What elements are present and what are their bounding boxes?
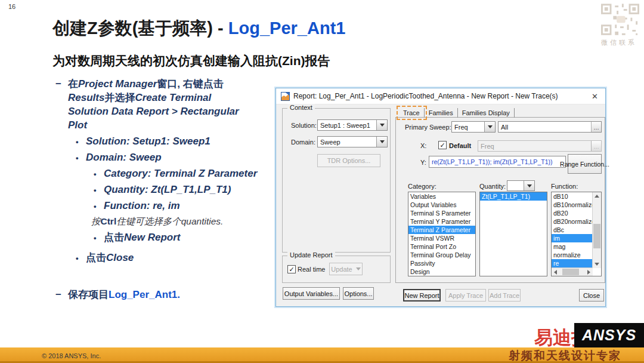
scroll-right-icon[interactable] — [587, 270, 590, 275]
update-report-group: Update Report ✓ Real time Update — [282, 256, 391, 283]
chevron-down-icon[interactable] — [524, 181, 534, 190]
copyright: © 2018 ANSYS, Inc. — [42, 352, 101, 359]
text-segment: Close — [106, 252, 134, 263]
dialog-titlebar[interactable]: Report: Log_Per_Ant1 - LogPeriodicToothe… — [276, 88, 605, 104]
list-item[interactable]: dB10normalize — [552, 201, 593, 209]
list-item[interactable]: Terminal S Parameter — [408, 209, 475, 217]
list-item[interactable]: Design — [408, 267, 475, 276]
bullet-marker: • — [76, 251, 86, 266]
text-segment: Quantity: Zt(LP_T1,LP_T1) — [104, 184, 231, 195]
options-button[interactable]: Options... — [343, 287, 374, 300]
update-button[interactable]: Update — [329, 263, 363, 275]
slide: 创建Z参数(基于频率) - Log_Per_Ant1 为对数周期天线的初次仿真创… — [0, 0, 644, 363]
realtime-checkbox[interactable]: ✓ — [287, 265, 296, 273]
bullet-line: −在Project Manager窗口, 右键点击 — [55, 77, 288, 91]
primary-sweep-select[interactable]: Freq — [451, 121, 496, 133]
list-item[interactable]: Terminal Group Delay — [408, 251, 475, 259]
list-item[interactable]: Terminal Z Parameter — [408, 226, 475, 234]
bullet-line: −保存项目Log_Per_Ant1. — [55, 288, 288, 302]
close-icon[interactable]: ✕ — [589, 92, 600, 101]
add-trace-button[interactable]: Add Trace — [488, 289, 521, 302]
scroll-up-icon[interactable] — [595, 195, 599, 198]
context-group-label: Context — [287, 104, 315, 111]
page-subtitle: 为对数周期天线的初次仿真创建输入阻抗(Zin)报告 — [52, 53, 330, 69]
chevron-down-icon[interactable] — [484, 122, 495, 132]
close-button[interactable]: Close — [579, 289, 604, 302]
text-segment: 保存项目 — [68, 289, 109, 300]
tab-trace[interactable]: Trace — [399, 108, 425, 118]
category-list[interactable]: VariablesOutput VariablesTerminal S Para… — [408, 192, 476, 276]
scroll-left-icon[interactable] — [554, 270, 557, 275]
ellipsis-button[interactable]: ... — [591, 122, 601, 132]
horizontal-scrollbar[interactable] — [552, 267, 593, 276]
function-items[interactable]: dB10dB10normalizedB20dB20normalizedBcimm… — [552, 192, 593, 268]
vertical-scrollbar[interactable] — [592, 192, 601, 268]
y-field[interactable]: re(Zt(LP_T1,LP_T1)); im(Zt(LP_T1,LP_T1)) — [429, 156, 566, 168]
bullet-line: •Function: re, im — [55, 198, 288, 214]
text-segment: Log_Per_Ant1. — [109, 289, 180, 300]
bullet-marker: • — [94, 199, 104, 214]
bullet-marker: • — [76, 150, 86, 166]
bullet-line: •点击Close — [55, 250, 288, 266]
list-item[interactable]: Terminal VSWR — [408, 234, 475, 242]
list-item[interactable]: re — [552, 259, 593, 267]
bullet-line: •Category: Terminal Z Parameter — [55, 166, 288, 182]
sweep-range-field[interactable]: All ... — [498, 121, 602, 133]
domain-select[interactable]: Sweep — [317, 136, 388, 147]
page-title: 创建Z参数(基于频率) - Log_Per_Ant1 — [52, 17, 345, 41]
x-default-checkbox[interactable]: ✓ — [438, 141, 447, 149]
text-segment: 按 — [91, 216, 101, 226]
x-axis-label: X: — [420, 142, 426, 149]
list-item[interactable]: Output Variables — [408, 201, 475, 209]
list-item[interactable]: Passivity — [408, 259, 475, 267]
realtime-label: Real time — [298, 266, 325, 273]
list-item[interactable]: Terminal Port Zo — [408, 242, 475, 251]
chevron-down-icon[interactable] — [376, 120, 387, 130]
quantity-select[interactable] — [507, 180, 535, 191]
list-item[interactable]: Zt(LP_T1,LP_T1) — [480, 192, 547, 201]
function-list[interactable]: dB10dB10normalizedB20dB20normalizedBcimm… — [551, 192, 602, 276]
quantity-list[interactable]: Zt(LP_T1,LP_T1) — [479, 192, 547, 276]
text-segment: 在 — [68, 78, 78, 90]
solution-select[interactable]: Setup1 : Sweep1 — [317, 119, 388, 131]
bullet-line: •Quantity: Zt(LP_T1,LP_T1) — [55, 182, 288, 198]
quantity-label: Quantity: — [479, 183, 506, 190]
scroll-down-icon[interactable] — [595, 263, 599, 266]
list-item[interactable]: Variables — [408, 192, 475, 201]
list-item[interactable]: im — [552, 234, 593, 242]
bullet-marker: − — [55, 77, 68, 91]
bullet-marker: • — [94, 183, 104, 198]
tab-families-display[interactable]: Families Display — [458, 108, 515, 118]
bullet-line: Results并选择Create Terminal — [55, 91, 288, 104]
list-item[interactable]: normalize — [552, 251, 593, 259]
text-segment: New Report — [124, 232, 180, 243]
y-expression: re(Zt(LP_T1,LP_T1)); im(Zt(LP_T1,LP_T1)) — [432, 158, 552, 165]
list-item[interactable]: mag — [552, 242, 593, 251]
bullet-marker: • — [76, 134, 86, 150]
apply-trace-button[interactable]: Apply Trace — [445, 289, 486, 302]
domain-value: Sweep — [320, 139, 340, 146]
tdr-options-button[interactable]: TDR Options... — [317, 154, 380, 167]
text-segment: Function: re, im — [104, 200, 180, 211]
chevron-down-icon[interactable] — [376, 137, 387, 147]
range-function-button[interactable]: Range Function... — [568, 154, 602, 174]
report-icon — [281, 92, 290, 101]
tab-families[interactable]: Families — [425, 108, 458, 118]
text-segment: Solution Data Report > Rectangular — [68, 106, 239, 117]
new-report-button[interactable]: New Report — [403, 289, 441, 302]
list-item[interactable]: dBc — [552, 226, 593, 234]
list-item[interactable]: dB10 — [552, 192, 593, 201]
output-variables-button[interactable]: Output Variables... — [283, 287, 340, 300]
qr-pattern-icon — [601, 4, 639, 37]
list-item[interactable]: dB20normalize — [552, 217, 593, 226]
text-segment: Ctrl — [101, 216, 117, 226]
list-item[interactable]: Terminal Y Parameter — [408, 217, 475, 226]
text-segment: Domain: Sweep — [86, 152, 162, 163]
scrollbar-thumb[interactable] — [593, 224, 600, 248]
text-segment: 并选择 — [104, 92, 135, 103]
list-item[interactable]: dB20 — [552, 209, 593, 217]
text-segment: Plot — [68, 119, 87, 131]
text-segment: Results — [68, 92, 104, 103]
x-field: Freq ... — [478, 140, 602, 152]
scrollbar-thumb[interactable] — [562, 269, 579, 275]
